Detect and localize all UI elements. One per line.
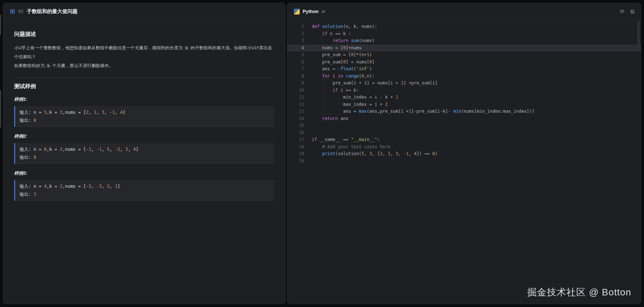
- line-number: 18: [287, 144, 304, 151]
- problem-description: 小U手上有一个整数数组，他想知道如果从数组中删除任意一个元素后，能得到的长度为 …: [14, 43, 274, 70]
- code-line[interactable]: 5 pre_sum = [0]*(n+1): [287, 51, 641, 59]
- problem-panel: ⊞ 92 子数组和的最大值问题 问题描述 小U手上有一个整数数组，他想知道如果从…: [3, 3, 286, 304]
- code-line[interactable]: 15: [287, 122, 641, 129]
- line-number: 14: [287, 115, 304, 123]
- code-line[interactable]: 17if __name__ == "__main__":: [287, 136, 641, 144]
- line-number: 6: [287, 59, 304, 66]
- code-line[interactable]: 18 # Add your test cases here: [287, 144, 641, 151]
- problem-header: ⊞ 92 子数组和的最大值问题: [3, 3, 285, 20]
- page-scrollbar-segment[interactable]: [0, 90, 1, 128]
- line-number: 17: [287, 136, 304, 144]
- code-line[interactable]: 2 if n == k :: [287, 30, 641, 38]
- sample-code-block: 输入: n = 6,k = 2,nums = [-1, -1, 5, -2, 3…: [14, 143, 274, 164]
- line-number: 7: [287, 66, 304, 73]
- code-line[interactable]: 12 max_index = i + 2: [287, 101, 641, 108]
- line-number: 11: [287, 94, 304, 101]
- code-line[interactable]: 1def solution(n, k, nums):: [287, 23, 641, 30]
- section-divider: [14, 78, 274, 78]
- code-line[interactable]: 9 pre_sum[i + 1] = nums[i + 1] +pre_sum[…: [287, 80, 641, 87]
- indent-guide: [322, 30, 323, 123]
- watermark: 掘金技术社区 @ Botton: [527, 286, 631, 299]
- page-scrollbar-segment[interactable]: [0, 14, 1, 35]
- samples-heading: 测试样例: [14, 83, 274, 90]
- editor-panel: Python ⇄ ⟳ ⧉ 1def solution(n, k, nums):2…: [287, 3, 641, 304]
- code-line[interactable]: 20: [287, 158, 641, 165]
- line-number: 9: [287, 80, 304, 87]
- editor-scrollbar[interactable]: [637, 21, 640, 47]
- sample-code-block: 输入: n = 4,k = 2,nums = [-5, -3, 2, 1]输出:…: [14, 180, 274, 201]
- sample-label: 样例2:: [14, 133, 274, 140]
- line-number: 15: [287, 122, 304, 129]
- code-line[interactable]: 6 pre_sum[0] = nums[0]: [287, 59, 641, 66]
- line-number: 8: [287, 73, 304, 80]
- problem-number: 92: [18, 9, 23, 14]
- code-line[interactable]: 3 return sum(nums): [287, 37, 641, 45]
- code-line[interactable]: 8 for i in range(0,n):: [287, 73, 641, 80]
- line-number: 2: [287, 30, 304, 38]
- language-label: Python: [303, 9, 319, 14]
- code-line[interactable]: 16: [287, 129, 641, 137]
- code-line[interactable]: 10 if i >= k:: [287, 87, 641, 94]
- line-number: 5: [287, 51, 304, 59]
- python-icon: [294, 9, 300, 14]
- line-number: 12: [287, 101, 304, 108]
- sample-label: 样例1:: [14, 96, 274, 103]
- samples-list: 样例1:输入: n = 5,k = 3,nums = [2, 1, 3, -1,…: [14, 96, 274, 201]
- app-root: ⊞ 92 子数组和的最大值问题 问题描述 小U手上有一个整数数组，他想知道如果从…: [0, 0, 644, 307]
- code-line[interactable]: 7 ans = -float('inf'): [287, 66, 641, 73]
- editor-actions: ⟳ ⧉: [620, 8, 634, 15]
- sample-label: 样例3:: [14, 170, 274, 177]
- description-heading: 问题描述: [14, 31, 274, 38]
- switch-language-icon[interactable]: ⇄: [321, 9, 325, 14]
- line-number: 4: [287, 45, 304, 52]
- editor-header: Python ⇄ ⟳ ⧉: [287, 3, 641, 20]
- problem-title: 子数组和的最大值问题: [27, 8, 78, 15]
- split-view-icon[interactable]: ⧉: [630, 8, 634, 15]
- code-line[interactable]: 13 ans = max(ans,pre_sum[i +1]-pre_sum[i…: [287, 108, 641, 115]
- code-line[interactable]: 11 min_index = i - k + 1: [287, 94, 641, 101]
- line-number: 3: [287, 37, 304, 45]
- code-editor[interactable]: 1def solution(n, k, nums):2 if n == k :3…: [287, 20, 641, 165]
- line-number: 13: [287, 108, 304, 115]
- line-number: 16: [287, 129, 304, 137]
- reset-code-icon[interactable]: ⟳: [620, 8, 625, 15]
- problem-content: 问题描述 小U手上有一个整数数组，他想知道如果从数组中删除任意一个元素后，能得到…: [3, 20, 285, 214]
- line-number: 20: [287, 158, 304, 165]
- grid-icon: ⊞: [10, 8, 15, 14]
- line-number: 10: [287, 87, 304, 94]
- line-number: 19: [287, 150, 304, 158]
- sample-code-block: 输入: n = 5,k = 3,nums = [2, 1, 3, -1, 4]输…: [14, 106, 274, 127]
- line-number: 1: [287, 23, 304, 30]
- code-line[interactable]: 19 print(solution(5, 3, [2, 1, 3, -1, 4]…: [287, 150, 641, 158]
- code-line-current[interactable]: 4 nums = [0]+nums: [287, 45, 641, 52]
- code-line[interactable]: 14 return ans: [287, 115, 641, 123]
